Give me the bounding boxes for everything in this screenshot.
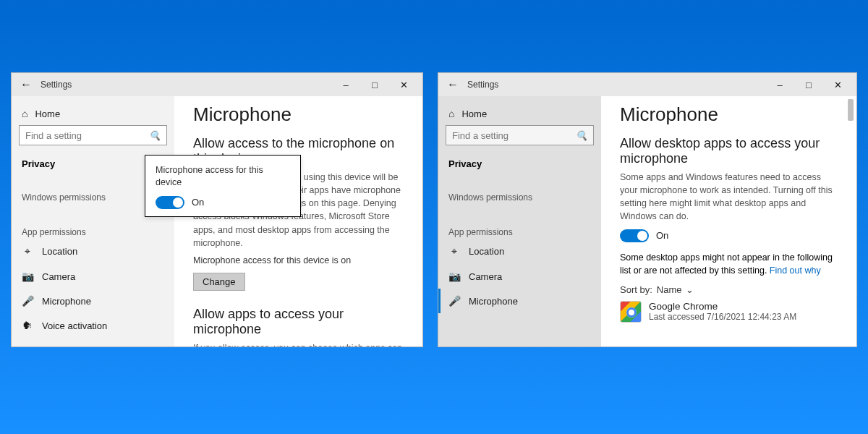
sidebar-item-label: Location [42, 246, 77, 257]
group-windows-permissions: Windows permissions [438, 185, 601, 204]
section-description: If you allow access, you can choose whic… [193, 341, 404, 346]
section-allow-apps: Allow apps to access your microphone [193, 307, 404, 337]
microphone-icon: 🎤 [22, 295, 33, 307]
home-link[interactable]: ⌂ Home [12, 102, 174, 125]
close-button[interactable]: ✕ [823, 80, 852, 90]
sort-label: Sort by: [620, 284, 652, 295]
group-app-permissions: App permissions [12, 220, 174, 239]
sidebar: ⌂ Home Find a setting 🔍 Privacy Windows … [438, 96, 601, 346]
camera-icon: 📷 [448, 271, 460, 282]
sidebar-item-camera[interactable]: 📷 Camera [12, 264, 174, 289]
home-icon: ⌂ [448, 108, 454, 119]
microphone-icon: 🎤 [448, 295, 460, 307]
toggle-switch-on[interactable] [620, 229, 649, 242]
sort-value: Name [657, 284, 682, 295]
scrollbar-thumb[interactable] [848, 99, 854, 121]
app-last-accessed: Last accessed 7/16/2021 12:44:23 AM [649, 312, 796, 322]
find-out-why-link[interactable]: Find out why [770, 265, 821, 276]
chrome-icon [620, 301, 642, 323]
sidebar-item-microphone[interactable]: 🎤 Microphone [438, 289, 601, 313]
back-button[interactable]: ← [443, 78, 463, 91]
sidebar-item-label: Microphone [42, 296, 91, 307]
close-button[interactable]: ✕ [389, 80, 418, 90]
maximize-button[interactable]: □ [794, 80, 823, 90]
change-button[interactable]: Change [193, 273, 245, 291]
location-icon: ⌖ [448, 245, 460, 258]
home-icon: ⌂ [22, 108, 27, 119]
toggle-label: On [656, 230, 668, 241]
search-placeholder: Find a setting [25, 130, 149, 141]
minimize-button[interactable]: – [331, 80, 360, 90]
sidebar-item-label: Camera [42, 271, 75, 282]
sidebar-item-microphone[interactable]: 🎤 Microphone [12, 289, 174, 313]
search-icon: 🔍 [149, 130, 161, 141]
sidebar-item-label: Microphone [469, 296, 518, 307]
minimize-button[interactable]: – [765, 80, 794, 90]
sidebar-item-label: Camera [469, 271, 502, 282]
note-text: Some desktop apps might not appear in th… [620, 251, 838, 277]
sidebar-item-label: Voice activation [42, 320, 107, 331]
main-content: Microphone Allow desktop apps to access … [601, 96, 856, 346]
location-icon: ⌖ [22, 245, 33, 258]
popup-toggle-label: On [192, 197, 204, 208]
change-popup: Microphone access for this device On [145, 155, 301, 217]
popup-title: Microphone access for this device [156, 164, 290, 189]
maximize-button[interactable]: □ [360, 80, 389, 90]
search-placeholder: Find a setting [452, 130, 576, 141]
sidebar-item-camera[interactable]: 📷 Camera [438, 264, 601, 289]
camera-icon: 📷 [22, 271, 33, 282]
window-title: Settings [467, 80, 498, 90]
group-app-permissions: App permissions [438, 220, 601, 239]
settings-window-right: ← Settings – □ ✕ ⌂ Home Find a setting 🔍… [438, 72, 857, 347]
chevron-down-icon: ⌄ [686, 284, 694, 295]
sidebar-item-label: Location [469, 246, 504, 257]
sidebar-item-voice-activation[interactable]: 🗣 Voice activation [12, 313, 174, 338]
voice-icon: 🗣 [22, 320, 33, 331]
home-label: Home [35, 109, 60, 119]
category-header: Privacy [438, 153, 601, 175]
search-icon: 🔍 [576, 130, 587, 141]
page-title: Microphone [193, 103, 404, 126]
device-status-text: Microphone access for this device is on [193, 255, 404, 265]
app-list-item[interactable]: Google Chrome Last accessed 7/16/2021 12… [620, 301, 838, 323]
popup-toggle[interactable] [156, 196, 184, 209]
home-label: Home [461, 109, 487, 119]
desktop-apps-toggle[interactable]: On [620, 229, 838, 242]
sort-by-control[interactable]: Sort by: Name ⌄ [620, 284, 838, 295]
sidebar: ⌂ Home Find a setting 🔍 Privacy Windows … [12, 96, 174, 346]
home-link[interactable]: ⌂ Home [438, 102, 601, 125]
titlebar: ← Settings – □ ✕ [12, 73, 422, 96]
page-title: Microphone [620, 103, 838, 126]
section-description: Some apps and Windows features need to a… [620, 171, 838, 224]
main-content: Microphone Allow access to the microphon… [174, 96, 422, 346]
titlebar: ← Settings – □ ✕ [438, 73, 856, 96]
scrollbar[interactable] [846, 98, 855, 345]
back-button[interactable]: ← [16, 78, 36, 91]
sidebar-item-location[interactable]: ⌖ Location [438, 239, 601, 264]
search-input[interactable]: Find a setting 🔍 [19, 125, 167, 145]
app-name: Google Chrome [649, 301, 796, 312]
section-allow-desktop-apps: Allow desktop apps to access your microp… [620, 136, 838, 166]
search-input[interactable]: Find a setting 🔍 [446, 125, 594, 145]
sidebar-item-location[interactable]: ⌖ Location [12, 239, 174, 264]
window-title: Settings [41, 80, 72, 90]
